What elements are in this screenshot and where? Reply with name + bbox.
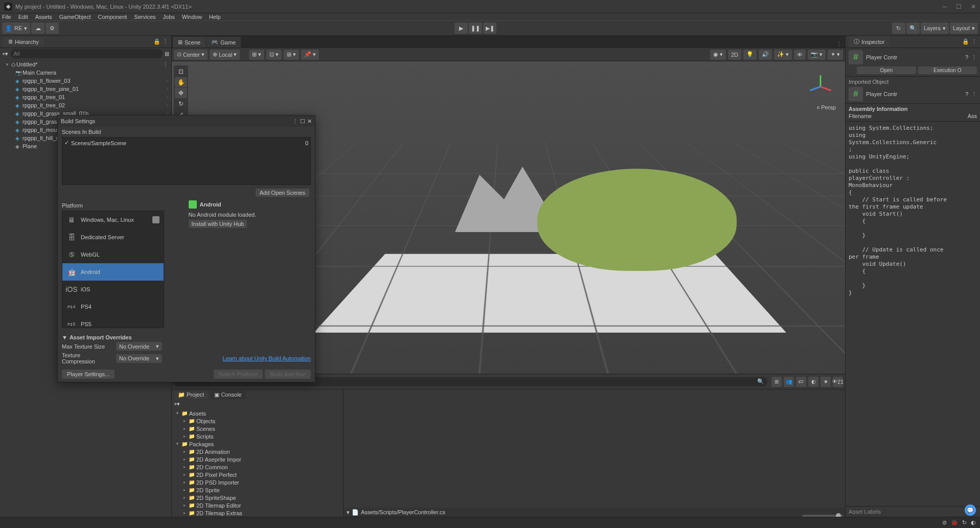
visibility-toggle[interactable]: 👁	[794, 50, 806, 60]
2d-toggle[interactable]: 2D	[728, 50, 741, 60]
scenes-list[interactable]: ✓ Scenes/SampleScene 0 Add Open Scenes	[62, 137, 311, 185]
filter-button[interactable]: ⊞	[771, 377, 782, 387]
project-folder[interactable]: ▸📁2D Animation	[172, 448, 343, 455]
project-folder[interactable]: ▸📁2D Common	[172, 463, 343, 471]
snap-button[interactable]: ⊞▾	[249, 50, 264, 60]
layout-dropdown[interactable]: Layout▾	[950, 22, 978, 34]
project-folder[interactable]: ▸📁Scenes	[172, 425, 343, 432]
texture-compression-dropdown[interactable]: No Override▾	[116, 354, 162, 363]
pivot-dropdown[interactable]: ⊙Center▾	[174, 50, 208, 60]
menu-services[interactable]: Services	[134, 14, 155, 20]
menu-component[interactable]: Component	[98, 14, 127, 20]
project-folder[interactable]: ▸📁2D Sprite	[172, 486, 343, 494]
project-folder[interactable]: ▸📁2D PSD Importer	[172, 478, 343, 486]
install-with-hub-button[interactable]: Install with Unity Hub	[189, 220, 247, 228]
minimize-button[interactable]: ─	[942, 3, 947, 10]
layers-dropdown[interactable]: Layers▾	[921, 22, 949, 34]
player-settings-button[interactable]: Player Settings...	[62, 370, 115, 379]
project-folder[interactable]: ▸📁2D Tilemap Editor	[172, 501, 343, 509]
platform-windows[interactable]: 🖥Windows, Mac, Linux	[62, 211, 164, 228]
fx-toggle[interactable]: ✨▾	[774, 50, 792, 60]
help-icon[interactable]: ?	[965, 54, 968, 60]
project-tab[interactable]: 📁 Project	[174, 391, 208, 399]
kebab-icon[interactable]: ⋮	[971, 54, 977, 61]
open-button[interactable]: Open	[857, 66, 916, 74]
pause-button[interactable]: ❚❚	[469, 22, 482, 34]
scene-tab[interactable]: ⊞Scene	[173, 37, 206, 48]
close-icon[interactable]: ✕	[307, 118, 312, 125]
hidden-button[interactable]: 👁21	[833, 377, 843, 387]
label-button[interactable]: 🏷	[796, 377, 806, 387]
kebab-icon[interactable]: ⋮	[836, 41, 845, 48]
search-button[interactable]: 🔍	[906, 22, 920, 34]
scene-row[interactable]: ▼◇Untitled*⋮	[0, 60, 171, 68]
rotate-tool[interactable]: ↻	[175, 99, 187, 109]
project-folder[interactable]: ▸📁2D SpriteShape	[172, 494, 343, 501]
checkbox[interactable]: ✓	[64, 140, 69, 146]
favorites-button[interactable]: 👥	[784, 377, 794, 387]
breadcrumb[interactable]: ▾📄Assets/Scripts/PlayerController.cs	[344, 508, 845, 517]
hand-tool[interactable]: ✋	[175, 77, 187, 87]
project-content[interactable]: ▾📄Assets/Scripts/PlayerController.cs	[344, 389, 845, 517]
scene-entry[interactable]: ✓ Scenes/SampleScene 0	[64, 140, 308, 146]
hierarchy-item[interactable]: ◈rpgpp_lt_tree_02›	[0, 101, 171, 109]
play-button[interactable]: ▶	[454, 22, 468, 34]
hierarchy-item[interactable]: ◈rpgpp_lt_tree_pine_01›	[0, 85, 171, 93]
console-tab[interactable]: ▣ Console	[210, 391, 245, 399]
kebab-icon[interactable]: ⋮	[292, 118, 298, 125]
type-button[interactable]: ◐	[808, 377, 818, 387]
menu-window[interactable]: Window	[182, 14, 202, 20]
snap-settings-button[interactable]: ⊡▾	[266, 50, 282, 60]
asset-labels-section[interactable]: Asset Labels	[846, 506, 980, 517]
platform-ps5[interactable]: ᴘꜱ5PS5	[62, 315, 164, 328]
menu-gameobject[interactable]: GameObject	[59, 14, 91, 20]
kebab-icon[interactable]: ⋮	[163, 38, 168, 45]
maximize-icon[interactable]: ☐	[300, 118, 305, 125]
foldout-arrow[interactable]: ▼	[62, 334, 67, 340]
filter-icon[interactable]: ⊞	[165, 51, 169, 57]
kebab-icon[interactable]: ⋮	[971, 38, 977, 45]
project-folder[interactable]: ▸📁2D Aseprite Impor	[172, 455, 343, 463]
max-texture-size-dropdown[interactable]: No Override▾	[116, 342, 162, 351]
settings-button[interactable]: ⚙	[45, 22, 59, 34]
lock-icon[interactable]: 🔒	[962, 38, 969, 45]
menu-file[interactable]: File	[2, 14, 11, 20]
camera-button[interactable]: 📷▾	[808, 50, 826, 60]
step-button[interactable]: ▶❚	[483, 22, 496, 34]
lock-icon[interactable]: 🔒	[153, 38, 161, 45]
gizmos-button[interactable]: ✦▾	[828, 50, 843, 60]
snap-increment-button[interactable]: ⊞▾	[284, 50, 299, 60]
platform-ps4[interactable]: ᴘꜱ4PS4	[62, 298, 164, 315]
game-tab[interactable]: 🎮Game	[206, 37, 241, 48]
project-folder[interactable]: ▼📁Assets	[172, 409, 343, 417]
orientation-gizmo[interactable]	[805, 71, 836, 101]
execution-order-button[interactable]: Execution O	[918, 66, 977, 74]
chat-bubble-icon[interactable]: 💬	[965, 504, 976, 516]
project-folder[interactable]: ▸📁Scripts	[172, 432, 343, 440]
help-icon[interactable]: ?	[965, 91, 968, 97]
add-button[interactable]: +▾	[174, 401, 180, 407]
platform-dedicated-server[interactable]: 🗄Dedicated Server	[62, 228, 164, 246]
menu-jobs[interactable]: Jobs	[163, 14, 175, 20]
cloud-button[interactable]: ☁	[31, 22, 44, 34]
view-tool[interactable]: ⊡	[175, 66, 187, 77]
menu-help[interactable]: Help	[209, 14, 221, 20]
platform-android[interactable]: 🤖Android	[62, 263, 164, 281]
audio-toggle[interactable]: 🔊	[759, 50, 772, 60]
move-tool[interactable]: ✥	[175, 88, 187, 98]
draw-mode-button[interactable]: ◉▾	[710, 50, 726, 60]
project-folder[interactable]: ▸📁2D Tilemap Extras	[172, 509, 343, 517]
hierarchy-tab[interactable]: ≣Hierarchy	[3, 37, 44, 47]
undo-history-button[interactable]: ↻	[892, 22, 905, 34]
chevron-right-icon[interactable]: ›	[167, 78, 168, 83]
perspective-label[interactable]: ≡ Persp	[817, 104, 836, 110]
lighting-toggle[interactable]: 💡	[743, 50, 757, 60]
project-folder[interactable]: ▸📁Objects	[172, 417, 343, 425]
hierarchy-search-input[interactable]	[10, 49, 163, 58]
space-dropdown[interactable]: ⊕Local▾	[210, 50, 240, 60]
star-button[interactable]: ★	[821, 377, 831, 387]
account-button[interactable]: 👤RE▾	[2, 22, 30, 34]
hierarchy-item[interactable]: 📷Main Camera	[0, 68, 171, 77]
learn-automation-link[interactable]: Learn about Unity Build Automation	[223, 355, 311, 361]
status-icon[interactable]: ⊘	[942, 519, 947, 526]
